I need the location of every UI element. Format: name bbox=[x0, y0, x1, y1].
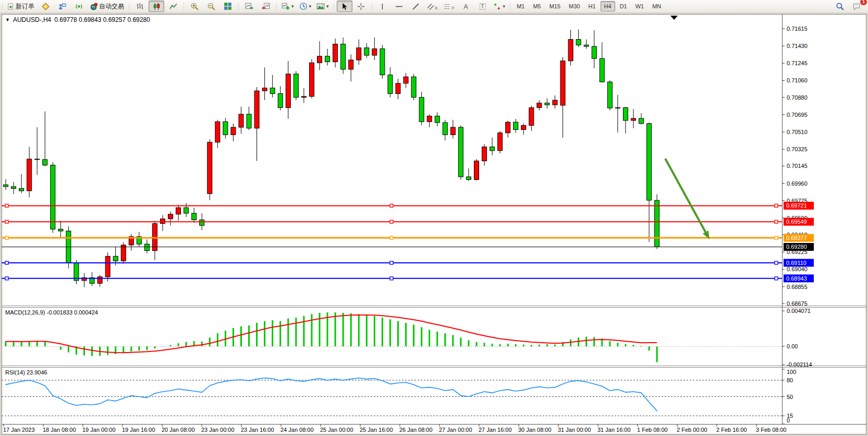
templates-button[interactable]: ▾ bbox=[314, 1, 331, 12]
dropdown-caret-icon: ▾ bbox=[291, 4, 294, 9]
tab-m30[interactable]: M30 bbox=[565, 1, 583, 11]
vertical-line-button[interactable] bbox=[375, 1, 390, 12]
svg-text:0.71615: 0.71615 bbox=[787, 26, 808, 32]
toolbar-grip[interactable] bbox=[128, 2, 130, 10]
toolbar-grip[interactable] bbox=[237, 2, 240, 10]
main-toolbar: 新订单 自动交易 bbox=[0, 0, 868, 13]
horizontal-line-button[interactable] bbox=[392, 1, 407, 12]
candlestick-chart-button[interactable] bbox=[149, 1, 164, 12]
fibonacci-button[interactable]: F bbox=[442, 1, 457, 12]
channel-icon bbox=[427, 3, 434, 10]
svg-text:0.68675: 0.68675 bbox=[787, 300, 808, 307]
tab-d1[interactable]: D1 bbox=[616, 1, 631, 11]
tab-m15[interactable]: M15 bbox=[546, 1, 564, 11]
svg-text:0.70880: 0.70880 bbox=[787, 94, 808, 101]
svg-text:1 Feb 08:00: 1 Feb 08:00 bbox=[637, 427, 668, 433]
chat-bubble-icon bbox=[852, 2, 861, 10]
zoom-in-icon bbox=[190, 2, 199, 10]
svg-text:0.69377: 0.69377 bbox=[786, 235, 807, 241]
svg-text:0.69040: 0.69040 bbox=[787, 266, 808, 272]
tile-windows-icon bbox=[224, 2, 232, 10]
toolbar-grip[interactable] bbox=[182, 2, 185, 10]
new-order-button[interactable]: 新订单 bbox=[5, 1, 36, 12]
text-label-button[interactable]: T bbox=[475, 1, 491, 12]
navigator-button[interactable] bbox=[258, 1, 274, 12]
ohlc-bars-icon bbox=[136, 3, 144, 10]
tab-h4[interactable]: H4 bbox=[601, 1, 615, 11]
svg-text:31 Jan 16:00: 31 Jan 16:00 bbox=[597, 427, 631, 433]
svg-text:0.70325: 0.70325 bbox=[787, 146, 808, 152]
text-label-icon: T bbox=[480, 3, 486, 10]
svg-text:25 Jan 00:00: 25 Jan 00:00 bbox=[320, 427, 353, 433]
bar-chart-button[interactable] bbox=[132, 1, 148, 12]
chart-arrow-right-icon bbox=[245, 2, 253, 10]
zoom-in-button[interactable] bbox=[187, 1, 202, 12]
svg-text:3 Feb 08:00: 3 Feb 08:00 bbox=[756, 427, 787, 433]
svg-text:0.69960: 0.69960 bbox=[787, 180, 808, 187]
svg-text:24 Jan 08:00: 24 Jan 08:00 bbox=[280, 427, 314, 433]
chart-ohlc-values: 0.69778 0.69843 0.69257 0.69280 bbox=[54, 16, 150, 23]
svg-text:0.71430: 0.71430 bbox=[787, 43, 808, 49]
toolbar-grip[interactable] bbox=[1, 2, 4, 10]
svg-text:0.69549: 0.69549 bbox=[786, 219, 807, 225]
svg-text:0.70145: 0.70145 bbox=[787, 163, 808, 169]
svg-text:0: 0 bbox=[787, 417, 790, 423]
cursor-button[interactable] bbox=[337, 1, 352, 12]
dropdown-caret-icon: ▾ bbox=[503, 4, 506, 9]
tile-windows-button[interactable] bbox=[220, 1, 236, 12]
chart-window[interactable]: 0.716150.714300.712450.710600.708800.706… bbox=[2, 14, 866, 434]
fibonacci-icon bbox=[444, 3, 451, 10]
svg-text:50: 50 bbox=[787, 394, 793, 400]
fibonacci-letter: F bbox=[452, 6, 455, 10]
one-click-trading-arrow-icon[interactable]: ▼ bbox=[5, 17, 10, 22]
add-indicator-button[interactable]: ▾ bbox=[279, 1, 296, 12]
tab-m5[interactable]: M5 bbox=[529, 1, 544, 11]
svg-text:0.00: 0.00 bbox=[787, 343, 798, 349]
line-chart-button[interactable] bbox=[165, 1, 181, 12]
text-button[interactable]: A bbox=[458, 1, 474, 12]
channel-letter: E bbox=[435, 6, 437, 10]
svg-text:2 Feb 00:00: 2 Feb 00:00 bbox=[677, 427, 707, 433]
svg-text:0.68943: 0.68943 bbox=[786, 275, 807, 282]
clock-icon bbox=[299, 2, 308, 10]
chart-frame: 0.716150.714300.712450.710600.708800.706… bbox=[0, 13, 868, 436]
market-watch-icon bbox=[42, 3, 50, 10]
toolbar-grip[interactable] bbox=[371, 2, 373, 10]
svg-text:0.71245: 0.71245 bbox=[787, 60, 808, 66]
toolbar-grip[interactable] bbox=[509, 2, 511, 10]
svg-text:20 Jan 08:00: 20 Jan 08:00 bbox=[162, 427, 195, 433]
arrows-button[interactable]: ▾ bbox=[492, 1, 508, 12]
template-image-icon bbox=[316, 2, 325, 10]
tab-w1[interactable]: W1 bbox=[632, 1, 648, 11]
auto-trading-button[interactable]: 自动交易 bbox=[88, 1, 126, 12]
svg-text:-0.002114: -0.002114 bbox=[787, 361, 812, 368]
zoom-out-button[interactable] bbox=[203, 1, 219, 12]
toolbar-grip[interactable] bbox=[275, 2, 278, 10]
tab-h1[interactable]: H1 bbox=[585, 1, 600, 11]
market-watch-button[interactable] bbox=[38, 1, 53, 12]
zoom-out-icon bbox=[207, 2, 215, 10]
auto-trading-label: 自动交易 bbox=[99, 2, 124, 11]
tab-mn[interactable]: MN bbox=[649, 1, 665, 11]
search-button[interactable] bbox=[832, 1, 848, 12]
svg-text:17 Jan 2023: 17 Jan 2023 bbox=[3, 427, 35, 433]
notifications-button[interactable]: 1 bbox=[849, 1, 864, 12]
tab-m1[interactable]: M1 bbox=[513, 1, 528, 11]
svg-text:0.004071: 0.004071 bbox=[787, 308, 811, 314]
trendline-button[interactable] bbox=[408, 1, 424, 12]
svg-text:0.70695: 0.70695 bbox=[787, 112, 808, 118]
signals-button[interactable] bbox=[71, 1, 87, 12]
svg-text:0.71060: 0.71060 bbox=[787, 77, 808, 83]
equidistant-channel-button[interactable]: E bbox=[425, 1, 441, 12]
svg-text:0.70510: 0.70510 bbox=[787, 129, 808, 135]
cursor-icon bbox=[340, 3, 348, 10]
data-window-button[interactable] bbox=[241, 1, 257, 12]
terminal-button[interactable] bbox=[54, 1, 70, 12]
signals-icon bbox=[75, 3, 83, 10]
crosshair-button[interactable] bbox=[353, 1, 369, 12]
svg-text:31 Jan 00:00: 31 Jan 00:00 bbox=[558, 427, 591, 433]
rsi-indicator-label: RSI(14) 23.9046 bbox=[5, 369, 47, 376]
price-chart-canvas[interactable]: 0.716150.714300.712450.710600.708800.706… bbox=[2, 14, 866, 434]
toolbar-grip[interactable] bbox=[333, 2, 335, 10]
timeframe-clock-button[interactable]: ▾ bbox=[297, 1, 314, 12]
